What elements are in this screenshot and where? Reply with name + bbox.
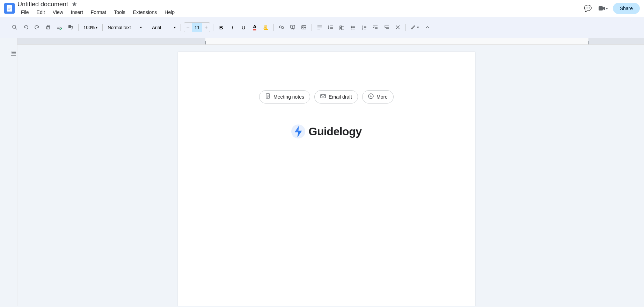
svg-rect-11 [47, 28, 49, 29]
font-size-decrease[interactable]: − [184, 22, 192, 32]
spell-check-button[interactable]: abc [54, 22, 64, 32]
more-icon [368, 93, 374, 100]
paint-format-button[interactable] [66, 22, 75, 32]
decrease-indent-button[interactable] [371, 22, 380, 32]
share-button[interactable]: Share [613, 3, 640, 14]
svg-point-7 [13, 25, 16, 28]
increase-indent-button[interactable] [382, 22, 391, 32]
line-spacing-button[interactable] [326, 22, 336, 32]
divider-4 [181, 24, 181, 31]
document-page[interactable]: Meeting notes Email draft More [178, 52, 475, 306]
vertical-ruler [0, 45, 9, 306]
style-arrow: ▾ [140, 26, 142, 29]
text-color-button[interactable]: A [250, 22, 259, 32]
svg-rect-4 [8, 9, 10, 10]
ruler [17, 38, 644, 45]
outline-panel [9, 45, 17, 306]
underline-button[interactable]: U [239, 22, 248, 32]
editing-mode-button[interactable]: ▾ [409, 22, 421, 32]
svg-line-8 [15, 28, 17, 29]
chip-email-draft-label: Email draft [329, 94, 352, 100]
star-icon[interactable]: ★ [72, 0, 77, 8]
divider-1 [78, 24, 79, 31]
checklist-button[interactable] [337, 22, 347, 32]
font-select[interactable]: Arial ▾ [150, 22, 178, 32]
outline-icon[interactable] [10, 50, 16, 57]
divider-8 [405, 24, 406, 31]
ruler-area [0, 38, 644, 45]
align-button[interactable] [315, 22, 324, 32]
document-scroll-area[interactable]: Meeting notes Email draft More [17, 45, 635, 306]
menu-help[interactable]: Help [161, 8, 178, 16]
document-title[interactable]: Untitled document [17, 1, 68, 8]
italic-button[interactable]: I [227, 22, 237, 32]
right-panel [635, 45, 644, 306]
zoom-select[interactable]: 100% ▾ [81, 22, 100, 32]
svg-point-36 [351, 27, 352, 28]
chat-icon[interactable]: 💬 [582, 3, 593, 14]
svg-rect-10 [47, 25, 49, 27]
menu-extensions[interactable]: Extensions [130, 8, 160, 16]
chip-meeting-notes[interactable]: Meeting notes [259, 90, 310, 103]
title-bar: Untitled document ★ File Edit View Inser… [0, 0, 644, 17]
bold-button[interactable]: B [216, 22, 226, 32]
font-arrow: ▾ [174, 26, 176, 29]
insert-image-button[interactable] [299, 22, 309, 32]
style-value: Normal text [108, 25, 131, 30]
svg-rect-5 [599, 6, 603, 10]
chip-more[interactable]: More [362, 90, 394, 103]
zoom-value: 100% [83, 25, 95, 30]
highlight-button[interactable] [261, 22, 271, 32]
svg-rect-2 [8, 7, 12, 8]
app-icon [4, 3, 15, 14]
top-right-actions: 💬 ▾ Share [582, 3, 640, 14]
svg-text:3.: 3. [362, 28, 364, 30]
template-chips: Meeting notes Email draft More [206, 90, 447, 103]
divider-5 [213, 24, 213, 31]
divider-7 [312, 24, 312, 31]
svg-point-37 [351, 29, 352, 30]
doc-area: Meeting notes Email draft More [0, 45, 644, 306]
svg-rect-14 [68, 25, 71, 28]
svg-point-12 [49, 27, 50, 28]
toolbar: abc 100% ▾ Normal text ▾ Arial ▾ − 11 [7, 20, 637, 34]
meet-icon[interactable]: ▾ [598, 3, 609, 14]
font-size-control: − 11 + [184, 22, 210, 32]
email-draft-icon [320, 93, 326, 100]
search-button[interactable] [10, 22, 20, 32]
menu-bar: File Edit View Insert Format Tools Exten… [17, 8, 178, 16]
collapse-toolbar-button[interactable] [423, 22, 432, 32]
undo-button[interactable] [21, 22, 31, 32]
menu-view[interactable]: View [49, 8, 67, 16]
menu-file[interactable]: File [17, 8, 32, 16]
divider-6 [273, 24, 274, 31]
chip-meeting-notes-label: Meeting notes [273, 94, 304, 100]
menu-format[interactable]: Format [87, 8, 110, 16]
chip-more-label: More [376, 94, 388, 100]
svg-rect-62 [0, 45, 9, 306]
font-size-increase[interactable]: + [202, 22, 210, 32]
divider-3 [147, 24, 147, 31]
svg-rect-58 [588, 38, 644, 45]
chip-email-draft[interactable]: Email draft [314, 90, 358, 103]
clear-format-button[interactable] [393, 22, 403, 32]
numbered-list-button[interactable]: 1.2.3. [359, 22, 369, 32]
svg-rect-32 [340, 28, 342, 30]
svg-rect-3 [8, 8, 12, 9]
print-button[interactable] [43, 22, 53, 32]
logo-area: Guidelogy [206, 124, 447, 138]
font-value: Arial [152, 25, 161, 30]
menu-tools[interactable]: Tools [110, 8, 129, 16]
font-size-value[interactable]: 11 [192, 23, 202, 32]
add-comment-button[interactable] [288, 22, 298, 32]
link-button[interactable] [277, 22, 286, 32]
bullet-list-button[interactable] [348, 22, 358, 32]
menu-insert[interactable]: Insert [67, 8, 87, 16]
svg-marker-6 [603, 7, 605, 10]
menu-edit[interactable]: Edit [33, 8, 49, 16]
svg-rect-59 [205, 38, 588, 45]
style-select[interactable]: Normal text ▾ [105, 22, 144, 32]
redo-button[interactable] [32, 22, 42, 32]
svg-point-35 [351, 26, 352, 27]
divider-2 [102, 24, 103, 31]
